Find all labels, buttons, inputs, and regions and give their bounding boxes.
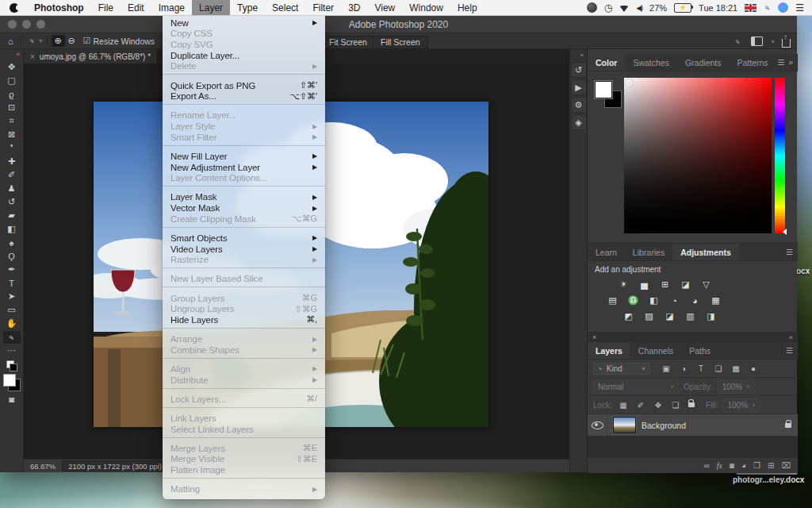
color-swatch-pair[interactable] — [595, 81, 622, 108]
lock-position-icon[interactable]: ✥ — [652, 399, 665, 410]
marquee-tool[interactable]: ▢ — [3, 75, 21, 88]
collapse-dock-icon[interactable]: « — [580, 49, 587, 60]
zoom-level[interactable]: 66.67% — [30, 462, 56, 471]
crop-tool[interactable]: ⌗ — [3, 115, 21, 129]
layer-effects-icon[interactable]: fx — [717, 461, 722, 470]
panel-menu-icon[interactable]: ☰ — [786, 248, 793, 256]
filter-toggle-icon[interactable]: ● — [747, 363, 760, 374]
share-icon[interactable] — [782, 39, 791, 48]
edit-toolbar-icon[interactable]: ⋯ — [3, 344, 21, 358]
exposure-icon[interactable]: ◪ — [678, 279, 693, 291]
menubar-item-3d[interactable]: 3D — [341, 0, 367, 15]
menubar-item-type[interactable]: Type — [230, 0, 265, 15]
lock-transparent-icon[interactable]: ▦ — [617, 399, 630, 410]
threshold-icon[interactable]: ◪ — [662, 310, 677, 322]
black-white-icon[interactable]: ◧ — [646, 294, 661, 306]
path-selection-tool[interactable]: ➤ — [3, 291, 21, 304]
brightness-contrast-icon[interactable]: ☀ — [616, 279, 631, 291]
tab-swatches[interactable]: Swatches — [625, 54, 677, 71]
fit-screen-button[interactable]: Fit Screen — [321, 36, 375, 49]
zoom-out-button[interactable]: ⊖ — [65, 35, 79, 47]
menu-item-new-fill-layer[interactable]: New Fill Layer▶ — [163, 151, 325, 162]
menu-item-video-layers[interactable]: Video Layers▶ — [163, 244, 325, 255]
foreground-color-swatch[interactable] — [3, 374, 16, 387]
foreground-background-swatches[interactable] — [3, 374, 21, 391]
photo-filter-icon[interactable]: ◔ — [667, 294, 682, 306]
lock-artboard-icon[interactable]: ❏ — [669, 399, 682, 410]
dodge-tool[interactable]: Ϙ — [3, 250, 21, 264]
new-adjustment-icon[interactable]: ◕ — [741, 461, 746, 470]
panel-menu-icon[interactable]: ☰ — [786, 346, 793, 355]
menubar-item-file[interactable]: File — [91, 0, 121, 15]
tab-paths[interactable]: Paths — [681, 342, 718, 359]
tab-adjustments[interactable]: Adjustments — [672, 244, 739, 260]
menubar-item-view[interactable]: View — [367, 0, 402, 15]
resize-windows-checkbox[interactable]: ☑ — [83, 36, 91, 46]
menu-item-vector-mask[interactable]: Vector Mask▶ — [163, 202, 325, 214]
levels-icon[interactable]: ▅ — [637, 279, 652, 291]
selective-color-icon[interactable]: ◨ — [703, 310, 718, 322]
blur-tool[interactable]: ♠ — [3, 237, 21, 250]
add-mask-icon[interactable]: ◙ — [730, 461, 734, 470]
brush-tool[interactable]: ✐ — [3, 169, 21, 183]
layer-name[interactable]: Background — [642, 421, 686, 430]
clone-stamp-tool[interactable]: ♟ — [3, 183, 21, 196]
volume-icon[interactable]: ◀) — [636, 4, 642, 12]
menubar-item-layer[interactable]: Layer — [192, 0, 230, 15]
lasso-tool[interactable]: ϱ — [3, 88, 21, 102]
invert-icon[interactable]: ◩ — [621, 310, 636, 322]
foreground-color-swatch[interactable] — [595, 81, 612, 98]
menubar-item-photoshop[interactable]: Photoshop — [27, 0, 91, 15]
hue-marker[interactable] — [783, 229, 787, 235]
smart-object-filter-icon[interactable]: ▩ — [730, 363, 742, 374]
collapse-panels-icon[interactable]: » — [788, 58, 793, 67]
tab-learn[interactable]: Learn — [588, 244, 625, 260]
layer-row-background[interactable]: Background — [588, 414, 798, 436]
home-icon[interactable]: ⌂ — [5, 37, 17, 46]
document-dimensions[interactable]: 2100 px x 1722 px (300 ppi) — [62, 460, 168, 471]
tab-layers[interactable]: Layers — [588, 342, 630, 359]
creative-cloud-icon[interactable] — [587, 2, 597, 13]
history-brush-tool[interactable]: ↺ — [3, 196, 21, 210]
adjustment-layer-filter-icon[interactable]: ◑ — [677, 363, 690, 374]
menubar-item-window[interactable]: Window — [402, 0, 450, 15]
eraser-tool[interactable]: ▰ — [3, 210, 21, 223]
hue-saturation-icon[interactable]: ▤ — [605, 294, 620, 306]
frame-tool[interactable]: ⊠ — [3, 129, 21, 142]
zoom-tool[interactable]: ♀ — [3, 331, 21, 344]
chevron-down-icon[interactable]: ˅ — [771, 38, 775, 45]
shape-layer-filter-icon[interactable]: ❏ — [712, 363, 725, 374]
menubar-item-image[interactable]: Image — [151, 0, 192, 15]
keyboard-layout-flag-icon[interactable] — [745, 4, 756, 12]
hue-strip[interactable] — [775, 78, 785, 233]
menu-item-smart-objects[interactable]: Smart Objects▶ — [163, 233, 325, 244]
color-lookup-icon[interactable]: ▦ — [708, 294, 723, 306]
eyedropper-tool[interactable]: ❜ — [3, 142, 21, 156]
close-tab-icon[interactable]: × — [30, 52, 35, 61]
curves-icon[interactable]: ⊞ — [657, 279, 672, 291]
tab-color[interactable]: Color — [588, 54, 625, 71]
opacity-dropdown[interactable]: 100% ˅ — [718, 380, 755, 394]
properties-icon[interactable]: ⚙ — [571, 97, 587, 113]
wifi-icon[interactable] — [619, 6, 629, 12]
menu-item-export-as[interactable]: Export As...⌥⇧⌘' — [163, 90, 325, 102]
actions-icon[interactable]: ▶ — [571, 79, 587, 95]
history-icon[interactable]: ↺ — [571, 62, 587, 78]
menubar-item-edit[interactable]: Edit — [121, 0, 151, 15]
menu-item-layer-mask[interactable]: Layer Mask▶ — [163, 192, 325, 203]
lock-all-icon[interactable] — [688, 402, 695, 407]
zoom-in-button[interactable]: ⊕ — [52, 35, 65, 47]
menu-bar-clock[interactable]: Tue 18:21 — [699, 3, 737, 13]
collapse-toolbar-icon[interactable]: » — [17, 51, 23, 58]
tab-patterns[interactable]: Patterns — [729, 54, 776, 71]
layer-visibility-toggle[interactable] — [588, 414, 607, 436]
chevron-down-icon[interactable]: ˅ — [39, 37, 43, 44]
tab-gradients[interactable]: Gradients — [677, 54, 730, 71]
type-layer-filter-icon[interactable]: T — [695, 363, 707, 374]
vibrance-icon[interactable]: ▽ — [699, 279, 714, 291]
layer-thumbnail[interactable] — [613, 417, 636, 433]
object-selection-tool[interactable]: ⊡ — [3, 102, 21, 115]
spotlight-icon[interactable]: ♀ — [761, 2, 773, 13]
tab-channels[interactable]: Channels — [630, 342, 681, 359]
gradient-tool[interactable]: ◧ — [3, 223, 21, 237]
